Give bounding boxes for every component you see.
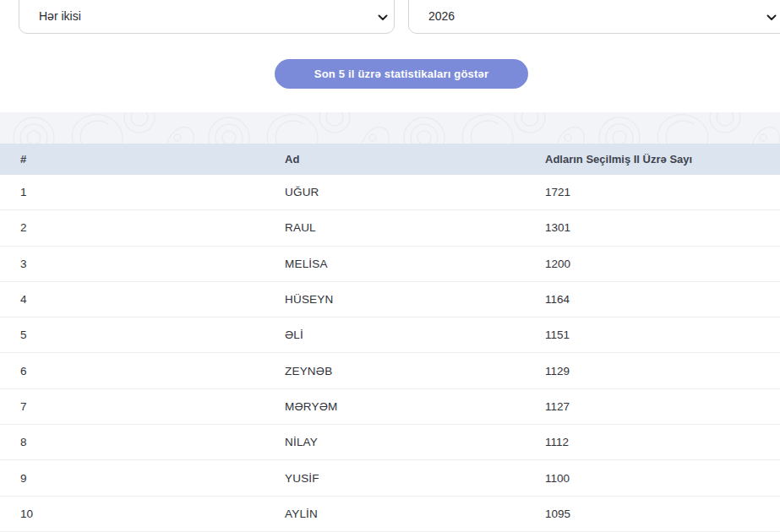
cell-name: ƏLİ — [285, 328, 545, 341]
chevron-down-icon — [766, 14, 777, 21]
cell-count: 1164 — [545, 293, 780, 306]
cell-name: MELİSA — [285, 258, 545, 270]
ornament-banner — [0, 112, 780, 144]
table-body: 1 UĞUR 1721 2 RAUL 1301 3 MELİSA 1200 4 … — [0, 175, 780, 532]
table-row: 10 AYLİN 1095 — [0, 497, 780, 532]
column-header-count: Adların Seçilmiş Il Üzrə Sayı — [545, 153, 780, 166]
chevron-down-icon — [378, 14, 388, 21]
table-row: 1 UĞUR 1721 — [0, 175, 780, 210]
table-row: 6 ZEYNƏB 1129 — [0, 353, 780, 388]
cell-rank: 2 — [20, 221, 285, 234]
cell-rank: 5 — [20, 328, 285, 341]
cell-rank: 7 — [20, 400, 285, 413]
cell-count: 1112 — [545, 436, 780, 448]
cell-count: 1301 — [545, 221, 780, 234]
table-header: # Ad Adların Seçilmiş Il Üzrə Sayı — [0, 144, 780, 175]
cell-rank: 3 — [20, 258, 285, 270]
cell-rank: 8 — [20, 436, 285, 448]
paisley-pattern-icon — [0, 112, 780, 144]
cell-count: 1095 — [545, 508, 780, 520]
cell-rank: 4 — [20, 293, 285, 306]
show-last5-statistics-button[interactable]: Son 5 il üzrə statistikaları göstər — [275, 59, 528, 89]
year-select-value: 2026 — [428, 9, 455, 23]
gender-select-value: Hər ikisi — [39, 9, 81, 23]
cell-count: 1151 — [545, 328, 780, 341]
cell-name: RAUL — [285, 221, 545, 234]
cell-name: MƏRYƏM — [285, 400, 545, 413]
cell-count: 1721 — [545, 186, 780, 198]
cell-count: 1127 — [545, 400, 780, 413]
cell-count: 1129 — [545, 365, 780, 377]
cell-rank: 1 — [20, 186, 285, 198]
cell-rank: 6 — [20, 365, 285, 377]
cell-count: 1100 — [545, 472, 780, 485]
cell-name: NİLAY — [285, 436, 545, 448]
cell-name: ZEYNƏB — [285, 365, 545, 377]
table-row: 9 YUSİF 1100 — [0, 460, 780, 496]
table-row: 5 ƏLİ 1151 — [0, 318, 780, 353]
cell-name: AYLİN — [285, 508, 545, 520]
gender-select[interactable]: Hər ikisi — [19, 0, 395, 34]
table-row: 4 HÜSEYN 1164 — [0, 282, 780, 318]
year-select[interactable]: 2026 — [408, 0, 780, 34]
cell-name: UĞUR — [285, 186, 545, 198]
column-header-rank: # — [20, 153, 285, 166]
page: Hər ikisi 2026 Son 5 il üzrə statistikal… — [0, 0, 780, 532]
cell-rank: 10 — [20, 508, 285, 520]
column-header-name: Ad — [285, 153, 545, 166]
cell-name: YUSİF — [285, 472, 545, 485]
cell-count: 1200 — [545, 258, 780, 270]
table-row: 3 MELİSA 1200 — [0, 247, 780, 282]
cell-name: HÜSEYN — [285, 293, 545, 306]
table-row: 7 MƏRYƏM 1127 — [0, 389, 780, 425]
cell-rank: 9 — [20, 472, 285, 485]
table-row: 8 NİLAY 1112 — [0, 425, 780, 460]
table-row: 2 RAUL 1301 — [0, 210, 780, 246]
